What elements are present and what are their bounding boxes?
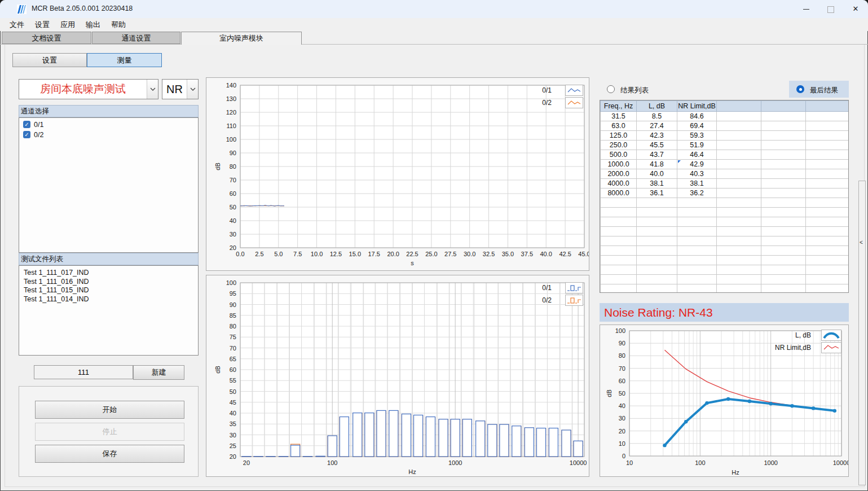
results-cell[interactable]: 69.4 xyxy=(677,121,717,131)
results-cell[interactable] xyxy=(717,217,761,227)
results-cell[interactable] xyxy=(717,112,761,121)
results-cell[interactable] xyxy=(677,246,717,256)
results-cell[interactable] xyxy=(717,141,761,150)
results-cell[interactable]: 8.5 xyxy=(637,112,677,121)
menu-item-4[interactable]: 帮助 xyxy=(106,19,131,31)
results-cell[interactable] xyxy=(717,208,761,217)
test-file-item[interactable]: Test 1_111_016_IND xyxy=(19,278,198,287)
results-cell[interactable]: 31.5 xyxy=(601,112,637,121)
save-button[interactable]: 保存 xyxy=(35,445,184,463)
results-cell[interactable] xyxy=(717,131,761,141)
results-cell[interactable] xyxy=(637,217,677,227)
results-cell[interactable] xyxy=(806,236,849,246)
tab-0[interactable]: 文档设置 xyxy=(2,32,91,44)
menu-item-0[interactable]: 文件 xyxy=(5,19,29,31)
results-cell[interactable] xyxy=(601,236,637,246)
legend-row-ch1[interactable]: 0/1 xyxy=(542,282,583,293)
results-cell[interactable] xyxy=(677,256,717,265)
results-cell[interactable] xyxy=(806,208,849,217)
line-style-icon[interactable] xyxy=(821,330,841,341)
results-cell[interactable] xyxy=(761,150,806,160)
line-style-icon[interactable] xyxy=(565,85,583,96)
channel-row-0/2[interactable]: ✓0/2 xyxy=(19,130,198,139)
results-cell[interactable]: 84.6 xyxy=(677,112,717,121)
results-cell[interactable] xyxy=(806,179,849,188)
results-cell[interactable] xyxy=(637,198,677,208)
results-cell[interactable] xyxy=(717,284,761,293)
results-cell[interactable]: 51.9 xyxy=(677,141,717,150)
results-cell[interactable] xyxy=(806,112,849,121)
test-type-select[interactable]: 房间本底噪声测试 xyxy=(19,79,158,99)
results-cell[interactable] xyxy=(637,246,677,256)
results-cell[interactable]: 45.5 xyxy=(637,141,677,150)
results-cell[interactable]: 40.3 xyxy=(677,169,717,179)
results-cell[interactable] xyxy=(601,284,637,293)
results-cell[interactable]: 38.1 xyxy=(637,179,677,188)
results-cell[interactable] xyxy=(717,265,761,275)
results-cell[interactable] xyxy=(677,284,717,293)
maximize-button[interactable] xyxy=(818,0,843,18)
results-cell[interactable] xyxy=(717,227,761,236)
results-cell[interactable]: 41.8 xyxy=(637,160,677,169)
results-cell[interactable] xyxy=(717,169,761,179)
results-cell[interactable] xyxy=(761,141,806,150)
results-cell[interactable] xyxy=(677,198,717,208)
results-cell[interactable] xyxy=(761,208,806,217)
results-cell[interactable] xyxy=(806,227,849,236)
results-cell[interactable] xyxy=(761,198,806,208)
results-cell[interactable] xyxy=(806,160,849,169)
results-cell[interactable] xyxy=(806,198,849,208)
results-cell[interactable] xyxy=(806,121,849,131)
results-cell[interactable] xyxy=(717,121,761,131)
test-file-item[interactable]: Test 1_111_015_IND xyxy=(19,286,198,295)
results-cell[interactable]: 42.9 xyxy=(677,160,717,169)
results-cell[interactable] xyxy=(717,275,761,284)
results-cell[interactable] xyxy=(717,188,761,198)
chevron-down-icon[interactable] xyxy=(187,80,198,99)
legend-row-ch1[interactable]: 0/1 xyxy=(542,85,583,96)
results-cell[interactable] xyxy=(806,284,849,293)
results-cell[interactable] xyxy=(806,275,849,284)
last-result-radio[interactable] xyxy=(796,85,804,93)
results-cell[interactable] xyxy=(637,236,677,246)
results-cell[interactable] xyxy=(806,188,849,198)
legend-row-ch2[interactable]: 0/2 xyxy=(542,295,583,306)
results-cell[interactable] xyxy=(806,246,849,256)
results-cell[interactable] xyxy=(806,265,849,275)
results-cell[interactable] xyxy=(637,256,677,265)
results-cell[interactable] xyxy=(677,217,717,227)
results-cell[interactable]: 500.0 xyxy=(601,150,637,160)
line-style-icon[interactable] xyxy=(821,342,841,353)
checkbox-checked-icon[interactable]: ✓ xyxy=(23,131,30,138)
results-cell[interactable] xyxy=(761,275,806,284)
menu-item-3[interactable]: 输出 xyxy=(81,19,105,31)
results-cell[interactable] xyxy=(761,256,806,265)
channel-row-0/1[interactable]: ✓0/1 xyxy=(19,120,198,129)
results-cell[interactable] xyxy=(717,246,761,256)
results-cell[interactable] xyxy=(806,256,849,265)
menu-item-1[interactable]: 设置 xyxy=(30,19,55,31)
results-cell[interactable] xyxy=(806,217,849,227)
results-cell[interactable] xyxy=(761,265,806,275)
results-cell[interactable] xyxy=(601,208,637,217)
results-cell[interactable] xyxy=(761,246,806,256)
results-cell[interactable] xyxy=(717,198,761,208)
results-cell[interactable] xyxy=(761,131,806,141)
checkbox-checked-icon[interactable]: ✓ xyxy=(23,121,30,128)
rating-type-select[interactable]: NR xyxy=(162,79,199,99)
results-cell[interactable]: 125.0 xyxy=(601,131,637,141)
results-cell[interactable]: 36.2 xyxy=(677,188,717,198)
results-cell[interactable]: 38.1 xyxy=(677,179,717,188)
results-cell[interactable] xyxy=(717,256,761,265)
results-cell[interactable] xyxy=(601,246,637,256)
bar-style-icon[interactable] xyxy=(565,295,583,306)
bar-style-icon[interactable] xyxy=(565,282,583,293)
results-cell[interactable] xyxy=(761,121,806,131)
results-cell[interactable]: 43.7 xyxy=(637,150,677,160)
results-cell[interactable] xyxy=(677,265,717,275)
results-cell[interactable]: 46.4 xyxy=(677,150,717,160)
results-cell[interactable] xyxy=(761,284,806,293)
results-cell[interactable]: 27.4 xyxy=(637,121,677,131)
results-cell[interactable] xyxy=(806,141,849,150)
results-cell[interactable] xyxy=(677,275,717,284)
